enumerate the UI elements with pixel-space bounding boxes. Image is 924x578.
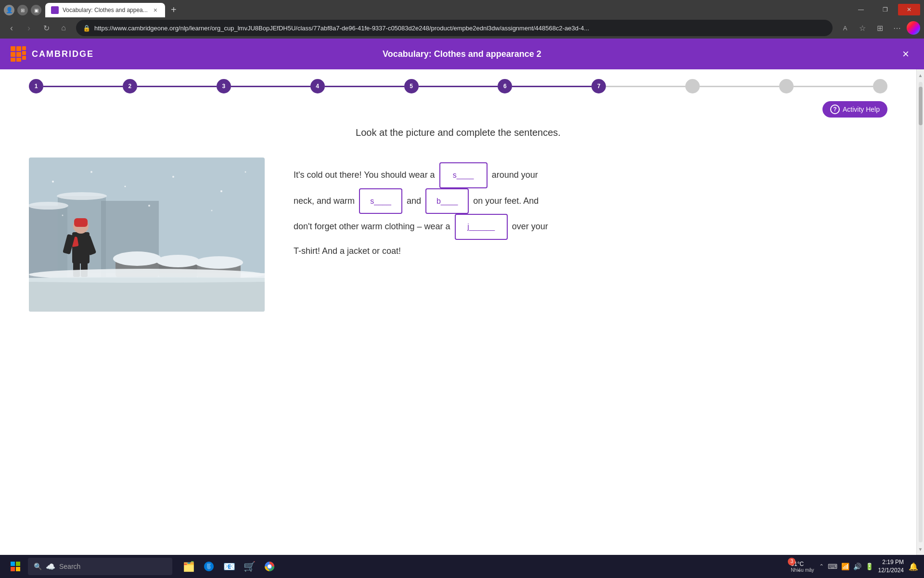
- sentence-part-8: T-shirt! And a jacket or coat!: [294, 246, 401, 256]
- fill-input-2[interactable]: s____: [359, 188, 402, 214]
- sentence-part-7: over your: [512, 222, 548, 231]
- svg-rect-8: [16, 58, 21, 62]
- svg-point-15: [57, 192, 107, 200]
- weather-widget[interactable]: 3 31°C Nhiều mây: [791, 561, 814, 573]
- progress-node-5[interactable]: 5: [404, 79, 419, 93]
- menu-button[interactable]: ⋯: [889, 20, 905, 36]
- scroll-down-arrow[interactable]: ▼: [917, 543, 924, 555]
- svg-rect-0: [11, 46, 15, 51]
- svg-rect-43: [11, 567, 15, 571]
- window-minimize-button[interactable]: —: [850, 4, 872, 15]
- cambridge-logo-text: CAMBRIDGE: [32, 49, 94, 59]
- url-text: https://www.cambridgeone.org/nlp/learner…: [94, 25, 826, 32]
- window-maximize-button[interactable]: ❐: [874, 4, 896, 15]
- svg-point-21: [195, 256, 243, 269]
- scrollbar[interactable]: ▲ ▼: [916, 69, 924, 555]
- battery-icon[interactable]: 🔋: [865, 563, 873, 570]
- taskbar-mail-icon[interactable]: 📧: [219, 557, 239, 576]
- sentence-part-1: It's cold out there! You should wear a: [294, 170, 437, 180]
- edge-profile-icon[interactable]: [907, 21, 920, 35]
- content-area: 1 2 3 4 5 6 7 ? Activity Help: [0, 69, 916, 555]
- taskbar-chrome-icon[interactable]: [260, 557, 279, 576]
- progress-node-1[interactable]: 1: [29, 79, 43, 93]
- svg-point-19: [156, 255, 200, 267]
- taskbar-edge-icon[interactable]: [199, 557, 218, 576]
- nav-forward-button[interactable]: ›: [21, 20, 37, 36]
- taskbar-time: 2:19 PM: [878, 558, 904, 566]
- system-tray-icons: ⌃ ⌨ 📶 🔊 🔋: [819, 563, 873, 570]
- bookmark-button[interactable]: ☆: [855, 20, 870, 36]
- svg-point-17: [113, 251, 161, 266]
- taskbar-notification-icon[interactable]: 🔔: [909, 562, 918, 571]
- taskbar-start-button[interactable]: [6, 557, 25, 576]
- activity-help-button[interactable]: ? Activity Help: [822, 101, 887, 118]
- sentence-part-3: neck, and warm: [294, 196, 357, 205]
- svg-point-37: [148, 205, 150, 207]
- keyboard-icon[interactable]: ⌨: [828, 563, 837, 570]
- browser-active-tab[interactable]: Vocabulary: Clothes and appea... ×: [45, 3, 165, 17]
- taskbar-explorer-icon[interactable]: 🗂️: [179, 557, 198, 576]
- tab-close-button[interactable]: ×: [152, 6, 159, 14]
- address-bar[interactable]: 🔒 https://www.cambridgeone.org/nlp/learn…: [76, 20, 833, 36]
- fill-input-4[interactable]: j______: [455, 214, 508, 240]
- browser-profile-icon[interactable]: 👤: [4, 5, 14, 15]
- svg-rect-40: [29, 278, 265, 312]
- cambridge-logo-icon: [10, 45, 27, 63]
- wifi-icon[interactable]: 📶: [841, 563, 849, 570]
- taskbar-icons: 🗂️ 📧 🛒: [179, 557, 279, 576]
- progress-node-7[interactable]: 7: [591, 79, 606, 93]
- instruction-text: Look at the picture and complete the sen…: [19, 127, 897, 138]
- app-header: CAMBRIDGE Vocabulary: Clothes and appear…: [0, 39, 924, 69]
- scroll-thumb[interactable]: [919, 87, 923, 125]
- svg-point-34: [220, 190, 222, 192]
- svg-point-31: [90, 171, 92, 173]
- progress-node-4[interactable]: 4: [310, 79, 325, 93]
- progress-node-10[interactable]: [873, 79, 887, 93]
- taskbar-search-bar[interactable]: 🔍 ☁️ Search: [28, 558, 172, 575]
- taskbar-chevron-icon[interactable]: ⌃: [819, 563, 824, 570]
- main-content: 1 2 3 4 5 6 7 ? Activity Help: [0, 69, 924, 555]
- nav-refresh-button[interactable]: ↻: [38, 20, 54, 36]
- svg-rect-6: [22, 56, 26, 60]
- progress-node-8[interactable]: [685, 79, 700, 93]
- taskbar-date: 12/1/2024: [878, 566, 904, 575]
- translate-button[interactable]: A: [837, 20, 853, 36]
- new-tab-button[interactable]: +: [167, 3, 180, 16]
- svg-point-14: [29, 202, 68, 210]
- header-close-button[interactable]: ×: [897, 45, 914, 63]
- svg-rect-5: [22, 51, 26, 55]
- extensions-button[interactable]: ⊞: [872, 20, 887, 36]
- sentence-part-6: don't forget other warm clothing – wear …: [294, 222, 453, 231]
- browser-tab-group-icon[interactable]: ▣: [31, 5, 41, 15]
- fill-input-3[interactable]: b____: [425, 188, 469, 214]
- svg-rect-1: [16, 46, 21, 51]
- svg-point-36: [62, 215, 64, 216]
- svg-rect-3: [16, 52, 21, 57]
- progress-node-6[interactable]: 6: [498, 79, 512, 93]
- svg-rect-4: [22, 46, 26, 50]
- window-close-button[interactable]: ✕: [898, 4, 920, 15]
- volume-icon[interactable]: 🔊: [853, 563, 861, 570]
- browser-toolbar: ‹ › ↻ ⌂ 🔒 https://www.cambridgeone.org/n…: [0, 17, 924, 39]
- progress-node-2[interactable]: 2: [123, 79, 137, 93]
- taskbar-right: 3 31°C Nhiều mây ⌃ ⌨ 📶 🔊 🔋 2:19 PM 12/1/…: [791, 558, 918, 575]
- svg-rect-44: [16, 567, 20, 571]
- tab-favicon: [51, 6, 59, 14]
- progress-node-3[interactable]: 3: [217, 79, 231, 93]
- progress-node-9[interactable]: [779, 79, 794, 93]
- tab-title: Vocabulary: Clothes and appea...: [63, 7, 148, 13]
- fill-input-1[interactable]: s____: [439, 162, 488, 188]
- taskbar-store-icon[interactable]: 🛒: [240, 557, 259, 576]
- nav-back-button[interactable]: ‹: [4, 20, 19, 36]
- taskbar-search-label: Search: [59, 563, 80, 570]
- svg-rect-42: [16, 562, 20, 566]
- browser-extensions-icon[interactable]: ⊞: [17, 5, 28, 15]
- taskbar-clock[interactable]: 2:19 PM 12/1/2024: [878, 558, 904, 575]
- notification-badge: 3: [788, 558, 796, 565]
- nav-home-button[interactable]: ⌂: [56, 20, 71, 36]
- svg-rect-41: [11, 562, 15, 566]
- scroll-up-arrow[interactable]: ▲: [917, 69, 924, 81]
- search-cloud-icon: ☁️: [46, 562, 55, 571]
- sentence-part-5: on your feet. And: [473, 196, 539, 205]
- taskbar: 🔍 ☁️ Search 🗂️ 📧 🛒 3: [0, 555, 924, 578]
